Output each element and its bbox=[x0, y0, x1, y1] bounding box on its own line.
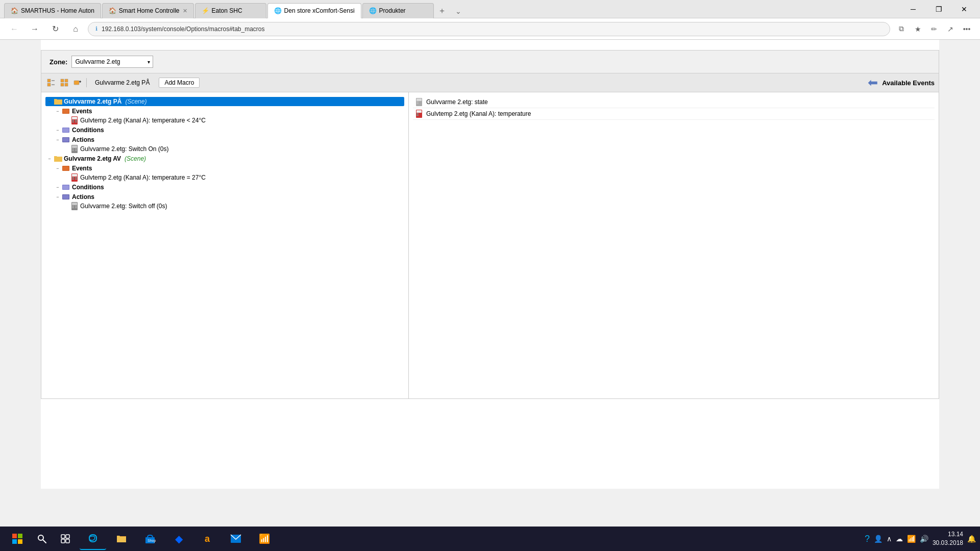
new-tab-button[interactable]: ＋ bbox=[435, 4, 449, 18]
reading-list-button[interactable]: ✏ bbox=[927, 22, 941, 36]
action-item-2[interactable]: Gulvvarme 2.etg: Switch off (0s) bbox=[62, 202, 404, 211]
toolbar-expand-all-button[interactable] bbox=[59, 77, 70, 88]
tab-icon-smarthus: 🏠 bbox=[11, 7, 18, 14]
tab-smarthus[interactable]: 🏠 SMARTHUS - Home Auton bbox=[4, 3, 101, 18]
taskbar-app-dropbox[interactable]: ◆ bbox=[165, 528, 192, 550]
action-item-1[interactable]: Gulvvarme 2.etg: Switch On (0s) bbox=[62, 144, 404, 154]
conditions-toggle-1[interactable]: − bbox=[55, 127, 61, 133]
svg-rect-18 bbox=[75, 121, 77, 122]
events-row-2[interactable]: − Events bbox=[54, 164, 404, 173]
conditions-row-1[interactable]: − Conditions bbox=[54, 126, 404, 135]
events-toggle-2[interactable]: − bbox=[55, 165, 61, 171]
tab-bar: 🏠 SMARTHUS - Home Auton 🏠 Smart Home Con… bbox=[4, 0, 897, 18]
task-view-button[interactable] bbox=[53, 529, 78, 549]
taskbar-app-mail[interactable] bbox=[223, 528, 249, 550]
tray-cloud-icon[interactable]: ☁ bbox=[896, 535, 903, 543]
action-name-1: Gulvvarme 2.etg: Switch On (0s) bbox=[80, 145, 168, 153]
events-children-2: Gulvtemp 2.etg (Kanal A): temperature = … bbox=[54, 173, 404, 182]
close-button[interactable]: ✕ bbox=[952, 0, 976, 18]
actions-children-2: Gulvvarme 2.etg: Switch off (0s) bbox=[54, 202, 404, 211]
conditions-node-1: − Conditions bbox=[54, 126, 404, 135]
folder-icon-1 bbox=[54, 97, 62, 106]
available-event-1[interactable]: Gulvvarme 2.etg: state bbox=[413, 96, 935, 108]
actions-children-1: Gulvvarme 2.etg: Switch On (0s) bbox=[54, 144, 404, 154]
conditions-toggle-2[interactable]: − bbox=[55, 184, 61, 190]
taskbar-search-button[interactable] bbox=[33, 530, 51, 548]
event-item-1[interactable]: Gulvtemp 2.etg (Kanal A): temperature < … bbox=[62, 116, 404, 125]
tray-notification-icon[interactable]: 🔔 bbox=[967, 535, 976, 543]
actions-toggle-2[interactable]: − bbox=[55, 194, 61, 200]
conditions-label-1: Conditions bbox=[72, 127, 104, 134]
svg-rect-25 bbox=[72, 148, 74, 149]
tab-scroll-button[interactable]: ⌄ bbox=[451, 4, 465, 18]
svg-text:Shop: Shop bbox=[148, 539, 156, 543]
back-arrow-icon[interactable]: ⬅ bbox=[868, 76, 878, 90]
tab-smarthome[interactable]: 🏠 Smart Home Controlle ✕ bbox=[102, 3, 194, 18]
macro-children-2: − Events bbox=[45, 164, 404, 211]
zone-select[interactable]: Gulvvarme 2.etg bbox=[71, 56, 153, 68]
share-button[interactable]: ↗ bbox=[943, 22, 958, 36]
event-item-2[interactable]: Gulvtemp 2.etg (Kanal A): temperature = … bbox=[62, 173, 404, 182]
svg-rect-30 bbox=[63, 166, 69, 170]
svg-rect-38 bbox=[63, 185, 69, 189]
toolbar-collapse-all-button[interactable] bbox=[45, 77, 57, 88]
taskbar-app-edge[interactable] bbox=[80, 528, 106, 550]
available-event-2[interactable]: Gulvtemp 2.etg (Kanal A): temperature bbox=[413, 108, 935, 120]
toolbar-add-button[interactable] bbox=[72, 77, 83, 88]
home-button[interactable]: ⌂ bbox=[67, 21, 84, 37]
tab-xcomfort[interactable]: 🌐 Den store xComfort-Sensi bbox=[267, 3, 361, 18]
svg-rect-53 bbox=[416, 113, 419, 114]
svg-rect-27 bbox=[75, 148, 77, 149]
svg-rect-32 bbox=[72, 174, 77, 177]
macro-toolbar: Gulvvarme 2.etg PÅ Add Macro ⬅ Available… bbox=[41, 73, 939, 92]
task-view-icon bbox=[61, 534, 70, 543]
tab-close-smarthome[interactable]: ✕ bbox=[183, 8, 187, 14]
address-input[interactable]: ℹ 192.168.0.103/system/console/Options/m… bbox=[88, 22, 890, 36]
taskbar-clock[interactable]: 13.14 30.03.2018 bbox=[933, 530, 963, 547]
events-row-1[interactable]: − Events bbox=[54, 107, 404, 116]
tray-people-icon[interactable]: 👤 bbox=[874, 535, 883, 543]
minimize-button[interactable]: ─ bbox=[901, 0, 925, 18]
taskbar-app-explorer[interactable] bbox=[108, 528, 135, 550]
expand-all-icon bbox=[60, 79, 68, 87]
svg-rect-34 bbox=[72, 179, 74, 180]
taskbar-app-network[interactable]: 📶 bbox=[251, 528, 278, 550]
start-button[interactable] bbox=[4, 529, 31, 549]
address-text: 192.168.0.103/system/console/Options/mac… bbox=[102, 26, 265, 33]
svg-rect-49 bbox=[416, 102, 419, 103]
svg-rect-4 bbox=[61, 79, 64, 82]
taskbar-app-store[interactable]: Shop bbox=[137, 528, 163, 550]
tray-volume-icon[interactable]: 🔊 bbox=[920, 535, 928, 543]
actions-row-2[interactable]: − Actions bbox=[54, 192, 404, 202]
macro-toggle-2[interactable]: − bbox=[46, 156, 53, 162]
actions-row-1[interactable]: − Actions bbox=[54, 135, 404, 144]
conditions-row-2[interactable]: − Conditions bbox=[54, 183, 404, 192]
add-macro-button[interactable]: Add Macro bbox=[159, 78, 200, 88]
event-name-2: Gulvtemp 2.etg (Kanal A): temperature = … bbox=[80, 174, 206, 181]
macro-toggle-1[interactable]: − bbox=[46, 98, 53, 105]
split-view-button[interactable]: ⧉ bbox=[894, 22, 909, 36]
macro-row-1[interactable]: − Gulvvarme 2.etg PÅ (Scene) bbox=[45, 97, 404, 106]
tab-icon-eatonshc: ⚡ bbox=[202, 7, 209, 14]
settings-button[interactable]: ••• bbox=[960, 22, 974, 36]
refresh-button[interactable]: ↻ bbox=[47, 21, 63, 37]
ae-name-2: Gulvtemp 2.etg (Kanal A): temperature bbox=[426, 110, 531, 117]
taskbar-app-amazon[interactable]: a bbox=[194, 528, 220, 550]
tray-network-icon[interactable]: 📶 bbox=[907, 535, 916, 543]
macro-name-2: Gulvvarme 2.etg AV bbox=[64, 155, 121, 162]
tray-chevron-icon[interactable]: ∧ bbox=[887, 535, 892, 543]
forward-button[interactable]: → bbox=[27, 21, 43, 37]
back-button[interactable]: ← bbox=[6, 21, 22, 37]
tab-eatonshc[interactable]: ⚡ Eaton SHC bbox=[195, 3, 266, 18]
taskbar: Shop ◆ a 📶 ? 👤 ∧ ☁ 📶 🔊 13.14 30.03.2018 … bbox=[0, 527, 980, 551]
tab-produkter[interactable]: 🌐 Produkter bbox=[362, 3, 434, 18]
macro-row-2[interactable]: − Gulvvarme 2.etg AV (Scene) bbox=[45, 154, 404, 163]
actions-toggle-1[interactable]: − bbox=[55, 137, 61, 143]
favorites-button[interactable]: ★ bbox=[911, 22, 925, 36]
restore-button[interactable]: ❐ bbox=[927, 0, 950, 18]
tray-help-icon[interactable]: ? bbox=[865, 534, 870, 544]
store-icon: Shop bbox=[144, 533, 156, 544]
tab-label-eatonshc: Eaton SHC bbox=[212, 7, 260, 14]
macro-name-1: Gulvvarme 2.etg PÅ bbox=[64, 98, 121, 105]
events-toggle-1[interactable]: − bbox=[55, 108, 61, 114]
